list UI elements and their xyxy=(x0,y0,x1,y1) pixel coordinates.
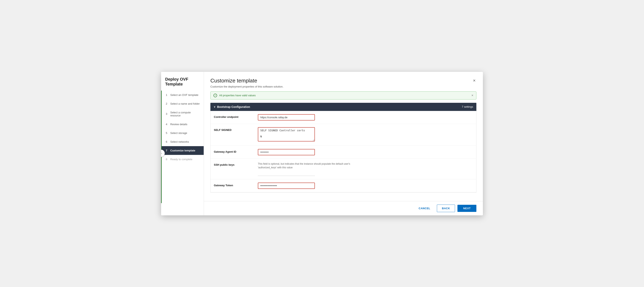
input-ssh-public-keys[interactable] xyxy=(258,171,315,176)
main-header: Customize template Customize the deploym… xyxy=(204,72,483,88)
form-row-ssh-public-keys: SSH public keys This field is optional, … xyxy=(210,159,476,179)
label-self-signed: SELF SIGNED xyxy=(214,127,254,131)
step-num-8: 8 xyxy=(166,158,169,161)
step-num-3: 3 xyxy=(166,112,169,115)
field-ssh-public-keys: This field is optional, but indicates th… xyxy=(258,162,473,176)
field-controller-endpoint xyxy=(258,114,473,120)
input-controller-endpoint[interactable] xyxy=(258,114,315,120)
form-row-gateway-token: Gateway Token xyxy=(210,179,476,192)
sidebar-item-label-8: Ready to complete xyxy=(170,158,192,161)
ssh-description: This field is optional, but indicates th… xyxy=(258,162,360,169)
sidebar-item-label-1: Select an OVF template xyxy=(170,93,198,96)
form-row-gateway-agent-id: Gateway Agent ID xyxy=(210,146,476,159)
chevron-icon[interactable]: ∨ xyxy=(214,105,216,108)
content-area: ∨ Bootstrap Configuration 7 settings Con… xyxy=(204,99,483,201)
form-row-self-signed: SELF SIGNED SELF SIGNED Controller certs… xyxy=(210,124,476,146)
progress-bar xyxy=(161,91,162,203)
alert-message: All properties have valid values xyxy=(219,94,256,97)
alert-banner: ✓ All properties have valid values × xyxy=(210,91,476,99)
field-gateway-token xyxy=(258,183,473,189)
sidebar-item-2[interactable]: 2 Select a name and folder xyxy=(161,99,204,108)
step-num-2: 2 xyxy=(166,102,169,105)
next-button[interactable]: NEXT xyxy=(458,205,476,212)
form-table: Controller endpoint SELF SIGNED SELF SIG… xyxy=(210,111,476,193)
main-content: Customize template Customize the deploym… xyxy=(204,72,483,215)
sidebar-item-label-4: Review details xyxy=(170,123,188,126)
sidebar-item-label-2: Select a name and folder xyxy=(170,102,200,105)
field-self-signed: SELF SIGNED Controller certs N xyxy=(258,127,473,142)
sidebar-item-label-6: Select networks xyxy=(170,140,189,143)
nav-items: ← 1 Select an OVF template 2 Select a na… xyxy=(161,91,204,215)
header-text: Customize template Customize the deploym… xyxy=(210,77,283,88)
section-settings-count: 7 settings xyxy=(462,105,473,108)
sidebar-item-8[interactable]: 8 Ready to complete xyxy=(161,155,204,164)
sidebar-title: Deploy OVF Template xyxy=(161,72,204,91)
modal-container: Deploy OVF Template ← 1 Select an OVF te… xyxy=(161,72,483,215)
sidebar: Deploy OVF Template ← 1 Select an OVF te… xyxy=(161,72,204,215)
alert-banner-left: ✓ All properties have valid values xyxy=(214,94,256,97)
sidebar-item-5[interactable]: 5 Select storage xyxy=(161,129,204,137)
section-title: Bootstrap Configuration xyxy=(217,105,250,108)
sidebar-item-3[interactable]: 3 Select a compute resource xyxy=(161,108,204,120)
step-num-1: 1 xyxy=(166,93,169,96)
step-num-7: 7 xyxy=(166,149,169,152)
sidebar-item-4[interactable]: 4 Review details xyxy=(161,120,204,129)
sidebar-item-7[interactable]: 7 Customize template xyxy=(161,146,204,155)
step-num-5: 5 xyxy=(166,131,169,135)
cancel-button[interactable]: CANCEL xyxy=(415,205,434,212)
input-gateway-agent-id[interactable] xyxy=(258,149,315,155)
sidebar-item-label-5: Select storage xyxy=(170,131,187,135)
label-gateway-token: Gateway Token xyxy=(214,183,254,187)
textarea-self-signed[interactable]: SELF SIGNED Controller certs N xyxy=(258,127,315,141)
close-button[interactable]: × xyxy=(472,77,476,84)
sidebar-item-6[interactable]: 6 Select networks xyxy=(161,137,204,146)
back-arrow-icon: ← xyxy=(161,151,163,155)
input-gateway-token[interactable] xyxy=(258,183,315,189)
label-gateway-agent-id: Gateway Agent ID xyxy=(214,149,254,153)
footer: CANCEL BACK NEXT xyxy=(204,201,483,215)
label-controller-endpoint: Controller endpoint xyxy=(214,114,254,118)
main-subtitle: Customize the deployment properties of t… xyxy=(210,85,283,88)
sidebar-item-label-7: Customize template xyxy=(170,149,195,152)
sidebar-item-1[interactable]: 1 Select an OVF template xyxy=(161,91,204,99)
sidebar-item-label-3: Select a compute resource xyxy=(170,111,200,117)
check-icon: ✓ xyxy=(214,94,217,97)
alert-close-button[interactable]: × xyxy=(472,94,473,97)
field-gateway-agent-id xyxy=(258,149,473,155)
label-ssh-public-keys: SSH public keys xyxy=(214,162,254,166)
main-title: Customize template xyxy=(210,77,283,84)
back-button[interactable]: BACK xyxy=(437,205,455,212)
step-num-6: 6 xyxy=(166,140,169,143)
section-header: ∨ Bootstrap Configuration 7 settings xyxy=(210,103,476,111)
form-row-controller-endpoint: Controller endpoint xyxy=(210,111,476,124)
step-num-4: 4 xyxy=(166,123,169,126)
